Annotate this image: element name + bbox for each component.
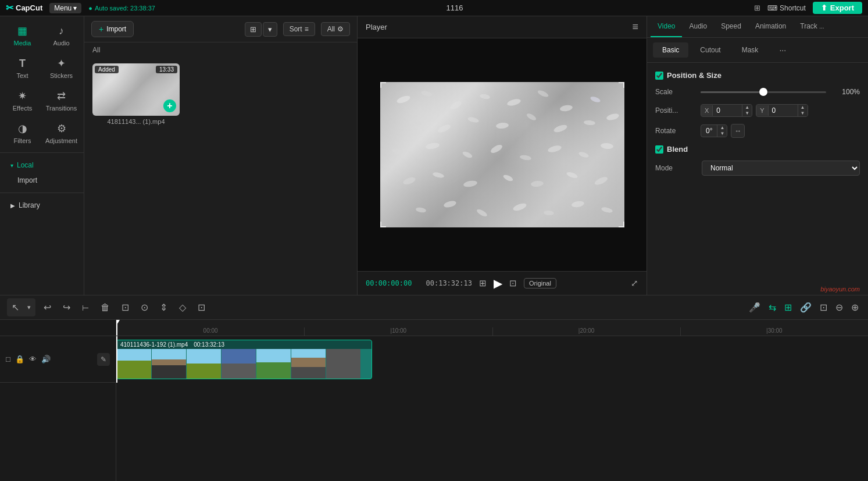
media-item[interactable]: Added 13:33 + 41811143... (1).mp4 xyxy=(92,63,180,125)
svg-point-16 xyxy=(391,148,404,156)
video-clip[interactable]: 410111436-1-192 (1).mp4 00:13:32:13 xyxy=(116,340,372,379)
split-track-button[interactable]: ⇆ xyxy=(766,300,778,315)
grid-overlay-button[interactable]: ⊞ xyxy=(479,278,487,288)
blend-checkbox[interactable] xyxy=(655,145,663,154)
view-dropdown-button[interactable]: ▾ xyxy=(263,22,277,37)
blend-mode-select[interactable]: Normal xyxy=(702,161,860,176)
nav-tab-transitions[interactable]: ⇄ Transitions xyxy=(42,85,80,116)
window-mode-btn[interactable]: ⊞ xyxy=(754,3,760,12)
unlink-button[interactable]: ⊡ xyxy=(817,300,830,315)
y-down-arrow[interactable]: ▼ xyxy=(798,111,808,116)
y-up-arrow[interactable]: ▲ xyxy=(798,105,808,111)
y-input[interactable] xyxy=(769,105,798,116)
sub-tab-mask[interactable]: Mask xyxy=(733,42,768,58)
nav-tab-effects[interactable]: ✷ Effects xyxy=(3,85,41,116)
zoom-out-button[interactable]: ⊖ xyxy=(833,300,845,315)
trim-button[interactable]: ⊡ xyxy=(194,300,209,315)
shortcut-button[interactable]: ⌨ Shortcut xyxy=(767,4,806,12)
shortcut-label: Shortcut xyxy=(780,4,806,12)
nav-tab-stickers[interactable]: ✦ Stickers xyxy=(42,52,80,84)
play-from-button[interactable]: ⊙ xyxy=(137,300,152,315)
select-tool-button[interactable]: ↖ xyxy=(8,300,23,315)
tab-video[interactable]: Video xyxy=(651,16,682,37)
sub-tab-more[interactable]: ··· xyxy=(770,42,795,58)
clip-frame-3 xyxy=(222,349,256,379)
sidebar-item-import[interactable]: Import xyxy=(6,173,78,188)
filter-icon: ⚙ xyxy=(337,25,344,33)
svg-point-0 xyxy=(396,94,411,105)
export-button[interactable]: ⬆ Export xyxy=(813,2,862,14)
zoom-in-button[interactable]: ⊕ xyxy=(849,300,861,315)
clip-frame-2 xyxy=(187,349,222,379)
rotate-up-arrow[interactable]: ▲ xyxy=(717,125,727,131)
x-down-arrow[interactable]: ▼ xyxy=(742,111,752,116)
scale-slider[interactable] xyxy=(701,87,826,97)
track-visibility-button[interactable]: 👁 xyxy=(29,355,37,364)
x-input[interactable] xyxy=(713,105,742,116)
scale-track xyxy=(701,91,826,93)
menu-button[interactable]: Menu ▾ xyxy=(49,3,81,13)
tab-animation[interactable]: Animation xyxy=(748,16,793,37)
import-button[interactable]: + Import xyxy=(91,21,134,37)
player-header: Player ≡ xyxy=(358,16,646,38)
undo-button[interactable]: ↩ xyxy=(40,300,55,315)
flip-h-icon: ↔ xyxy=(734,127,741,135)
mirror-button[interactable]: ⇕ xyxy=(156,300,171,315)
grid-view-button[interactable]: ⊞ xyxy=(245,22,262,37)
x-input-group: X ▲ ▼ xyxy=(701,104,752,117)
player-menu-button[interactable]: ≡ xyxy=(632,21,638,33)
svg-point-8 xyxy=(408,119,422,127)
sidebar-item-local[interactable]: ▾ Local xyxy=(6,158,78,173)
svg-point-12 xyxy=(526,112,537,122)
rotate-value: 0° xyxy=(701,125,717,137)
sub-tab-basic[interactable]: Basic xyxy=(653,42,688,58)
x-up-arrow[interactable]: ▲ xyxy=(742,105,752,111)
rotate-down-arrow[interactable]: ▼ xyxy=(717,131,727,137)
nav-tab-audio[interactable]: ♪ Audio xyxy=(42,20,80,51)
redo-button[interactable]: ↪ xyxy=(59,300,74,315)
sort-button[interactable]: Sort ≡ xyxy=(283,22,315,36)
track-audio-button[interactable]: 🔊 xyxy=(41,355,51,364)
fullscreen-button[interactable]: ⤢ xyxy=(631,278,638,288)
sidebar-item-library[interactable]: ▶ Library xyxy=(6,198,78,213)
scale-thumb[interactable] xyxy=(759,88,767,96)
right-sub-tabs: Basic Cutout Mask ··· xyxy=(647,38,868,63)
fit-screen-button[interactable]: ⊡ xyxy=(509,278,517,288)
track-label: □ 🔒 👁 🔊 ✎ xyxy=(0,336,116,383)
original-button[interactable]: Original xyxy=(524,278,556,288)
right-panel: Video Audio Speed Animation Track ... Ba… xyxy=(647,16,868,295)
tab-audio[interactable]: Audio xyxy=(682,16,714,37)
nav-tab-filters[interactable]: ◑ Filters xyxy=(3,117,41,149)
track-lock2-button[interactable]: 🔒 xyxy=(15,355,24,364)
sub-tab-cutout[interactable]: Cutout xyxy=(691,42,730,58)
sidebar-library-section: ▶ Library xyxy=(0,193,84,218)
sidebar-library-label: Library xyxy=(19,201,40,209)
add-to-timeline-button[interactable]: + xyxy=(163,99,176,112)
import-btn-label: Import xyxy=(106,25,126,33)
nav-tab-adjustment[interactable]: ⚙ Adjustment xyxy=(42,117,80,149)
svg-point-19 xyxy=(489,143,503,155)
keyframe-button[interactable]: ◇ xyxy=(176,300,190,315)
add-track-button[interactable]: ⊞ xyxy=(782,300,794,315)
tab-track[interactable]: Track ... xyxy=(793,16,831,37)
link-button[interactable]: 🔗 xyxy=(798,300,814,315)
flip-horizontal-button[interactable]: ↔ xyxy=(731,124,745,138)
delete-button[interactable]: 🗑 xyxy=(97,300,113,315)
playhead[interactable] xyxy=(116,336,117,383)
mic-button[interactable]: 🎤 xyxy=(746,300,763,315)
position-size-checkbox[interactable] xyxy=(655,72,663,80)
split-button[interactable]: ⊢ xyxy=(78,301,92,315)
tab-speed[interactable]: Speed xyxy=(714,16,748,37)
svg-point-36 xyxy=(571,200,584,208)
crop-button[interactable]: ⊡ xyxy=(118,300,133,315)
track-edit-button[interactable]: ✎ xyxy=(97,353,110,366)
shortcut-icon: ⌨ xyxy=(767,4,777,12)
ruler-marks: 00:00 |10:00 |20:00 |30:00 xyxy=(116,327,868,336)
play-button[interactable]: ▶ xyxy=(494,276,502,290)
filter-button[interactable]: All ⚙ xyxy=(321,22,350,36)
rice-grain-svg xyxy=(380,82,624,227)
nav-tab-media[interactable]: ▦ Media xyxy=(3,20,41,51)
nav-tab-text[interactable]: T Text xyxy=(3,52,41,84)
select-dropdown-button[interactable]: ▾ xyxy=(24,301,34,313)
track-lock-button[interactable]: □ xyxy=(6,355,10,364)
